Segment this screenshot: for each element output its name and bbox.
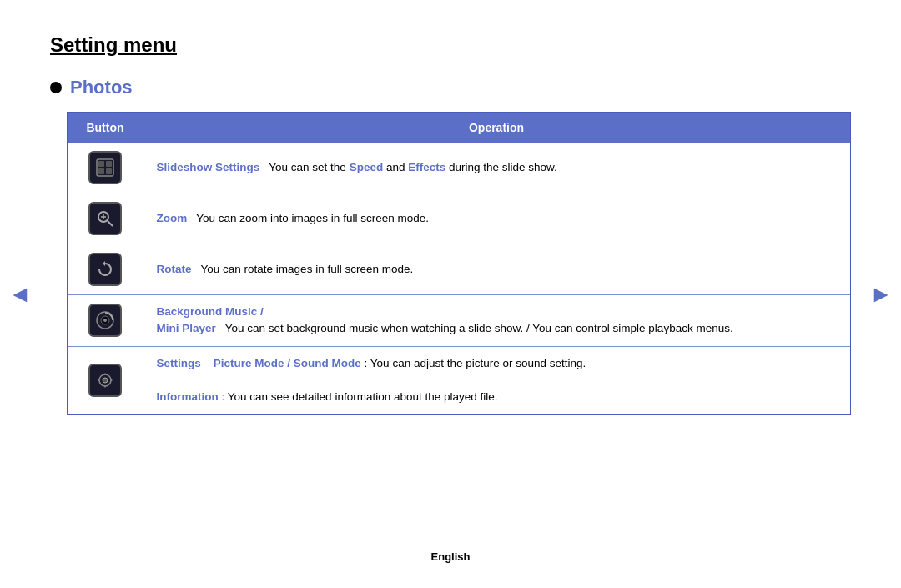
table-row: Rotate You can rotate images in full scr… bbox=[68, 244, 850, 295]
slideshow-icon bbox=[88, 151, 122, 184]
nav-arrow-left[interactable]: ◄ bbox=[8, 281, 32, 308]
bullet-dot bbox=[50, 82, 62, 93]
slideshow-op-text2: and bbox=[386, 161, 408, 173]
svg-marker-9 bbox=[103, 261, 105, 266]
settings-op-text2: : You can adjust the picture or sound se… bbox=[365, 357, 586, 369]
picture-mode-link: Picture Mode / Sound Mode bbox=[214, 357, 361, 369]
button-cell-bgmusic bbox=[68, 295, 143, 347]
zoom-icon bbox=[88, 202, 122, 235]
svg-point-15 bbox=[103, 378, 108, 383]
effects-link: Effects bbox=[408, 161, 445, 173]
zoom-op-text: You can zoom into images in full screen … bbox=[190, 212, 429, 224]
button-cell-zoom bbox=[68, 193, 143, 244]
footer-language: English bbox=[431, 550, 471, 563]
rotate-op-text: You can rotate images in full screen mod… bbox=[194, 263, 413, 275]
operation-cell-settings: Settings Picture Mode / Sound Mode : You… bbox=[143, 346, 850, 414]
settings-link: Settings bbox=[157, 357, 201, 369]
table-row: Slideshow Settings You can set the Speed… bbox=[68, 143, 850, 193]
svg-rect-1 bbox=[98, 161, 104, 167]
operation-cell-slideshow: Slideshow Settings You can set the Speed… bbox=[143, 143, 850, 193]
settings-op-text1 bbox=[204, 357, 211, 369]
button-cell-settings bbox=[68, 346, 143, 414]
section-title: Photos bbox=[70, 77, 133, 98]
svg-rect-3 bbox=[98, 168, 104, 174]
svg-line-6 bbox=[108, 221, 113, 226]
bgmusic-icon bbox=[88, 304, 122, 337]
svg-rect-4 bbox=[106, 168, 112, 174]
settings-table: Button Operation bbox=[68, 113, 850, 414]
operation-cell-rotate: Rotate You can rotate images in full scr… bbox=[143, 244, 850, 295]
operation-cell-zoom: Zoom You can zoom into images in full sc… bbox=[143, 193, 850, 244]
rotate-link: Rotate bbox=[157, 263, 192, 275]
settings-op-text3: : You can see detailed information about… bbox=[222, 390, 498, 403]
bgmusic-link: Background Music / bbox=[157, 305, 264, 318]
table-wrapper: Button Operation bbox=[67, 112, 851, 415]
slideshow-op-text3: during the slide show. bbox=[449, 161, 557, 173]
page-container: Setting menu Photos Button Operation bbox=[0, 0, 901, 448]
speed-link: Speed bbox=[350, 161, 384, 173]
table-row: Background Music / Mini Player You can s… bbox=[68, 295, 850, 347]
svg-point-12 bbox=[103, 319, 107, 322]
bgmusic-op-text: You can set background music when watchi… bbox=[219, 322, 733, 334]
table-row: Settings Picture Mode / Sound Mode : You… bbox=[68, 346, 850, 414]
section-header: Photos bbox=[50, 77, 851, 98]
table-row: Zoom You can zoom into images in full sc… bbox=[68, 193, 850, 244]
information-link: Information bbox=[157, 390, 219, 403]
settings-icon bbox=[88, 364, 122, 397]
miniplayer-link: Mini Player bbox=[157, 322, 216, 334]
table-header-row: Button Operation bbox=[68, 113, 850, 143]
rotate-icon bbox=[88, 253, 122, 286]
zoom-link: Zoom bbox=[157, 212, 188, 224]
slideshow-settings-link: Slideshow Settings bbox=[157, 161, 260, 173]
operation-cell-bgmusic: Background Music / Mini Player You can s… bbox=[143, 295, 850, 347]
nav-arrow-right[interactable]: ► bbox=[869, 281, 893, 308]
col-header-operation: Operation bbox=[143, 113, 850, 143]
slideshow-op-text1: You can set the bbox=[263, 161, 350, 173]
svg-rect-2 bbox=[106, 161, 112, 167]
col-header-button: Button bbox=[68, 113, 143, 143]
button-cell-slideshow bbox=[68, 143, 143, 193]
page-title: Setting menu bbox=[50, 33, 851, 57]
button-cell-rotate bbox=[68, 244, 143, 295]
